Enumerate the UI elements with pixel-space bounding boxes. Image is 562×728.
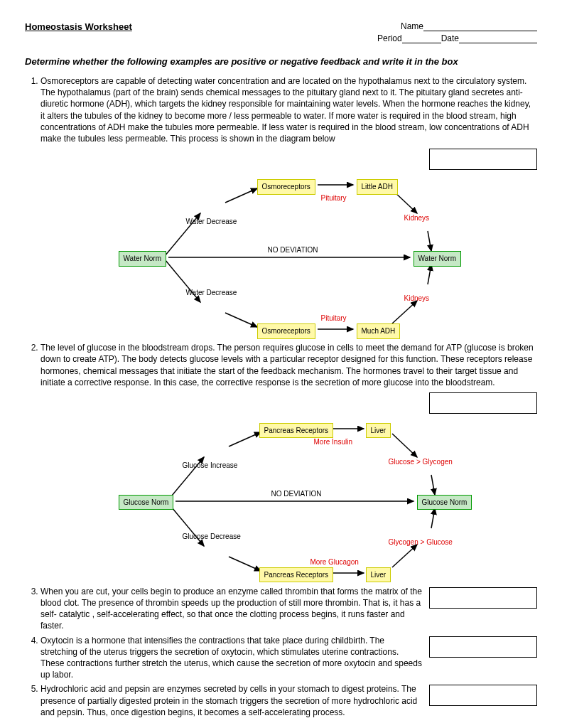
q5-text: Hydrochloric acid and pepsin are enzymes… bbox=[40, 683, 422, 718]
box-osmoreceptors-bot: Osmoreceptors bbox=[257, 323, 315, 339]
label-more-insulin: More Insulin bbox=[314, 437, 352, 447]
question-3: When you are cut, your cells begin to pr… bbox=[40, 586, 537, 632]
label-no-deviation-1: NO DEVIATION bbox=[268, 245, 318, 255]
q4-text: Oxytocin is a hormone that intensifies t… bbox=[40, 635, 422, 681]
box-glucose-norm-left: Glucose Norm bbox=[119, 495, 174, 510]
box-water-norm-left: Water Norm bbox=[119, 251, 167, 267]
name-field: Name bbox=[401, 21, 537, 32]
label-water-decrease-top: Water Decrease bbox=[186, 217, 237, 227]
period-blank[interactable] bbox=[402, 43, 441, 43]
period-date-field: PeriodDate bbox=[377, 33, 537, 43]
label-kidneys-top: Kidneys bbox=[404, 213, 430, 223]
label-no-deviation-2: NO DEVIATION bbox=[271, 489, 322, 499]
question-4: Oxytocin is a hormone that intensifies t… bbox=[40, 635, 537, 681]
box-glucose-norm-right: Glucose Norm bbox=[417, 495, 472, 510]
box-water-norm-right: Water Norm bbox=[414, 251, 462, 267]
worksheet-title: Homeostasis Worksheet bbox=[25, 21, 132, 32]
box-osmoreceptors-top: Osmoreceptors bbox=[257, 179, 315, 195]
date-blank[interactable] bbox=[459, 43, 537, 43]
label-glucose-decrease: Glucose Decrease bbox=[183, 532, 241, 542]
answer-box-1[interactable] bbox=[429, 149, 537, 170]
diagram-1: Water Norm Water Norm Osmoreceptors Osmo… bbox=[104, 174, 474, 338]
label-pituitary-top: Pituitary bbox=[321, 193, 347, 203]
question-1: Osmoreceptors are capable of detecting w… bbox=[40, 75, 537, 338]
header-row-2: PeriodDate bbox=[25, 33, 537, 43]
label-water-decrease-bot: Water Decrease bbox=[186, 288, 237, 298]
question-5: Hydrochloric acid and pepsin are enzymes… bbox=[40, 683, 537, 718]
answer-box-4[interactable] bbox=[429, 636, 537, 658]
instructions: Determine whether the following examples… bbox=[25, 56, 537, 67]
label-pituitary-bot: Pituitary bbox=[321, 314, 347, 323]
answer-box-2[interactable] bbox=[429, 392, 537, 414]
name-blank[interactable] bbox=[423, 31, 537, 31]
box-pancreas-top: Pancreas Receptors bbox=[259, 423, 334, 439]
answer-box-3[interactable] bbox=[429, 587, 537, 609]
box-much-adh: Much ADH bbox=[357, 323, 401, 339]
questions-list: Osmoreceptors are capable of detecting w… bbox=[25, 75, 537, 718]
answer-box-5[interactable] bbox=[429, 685, 537, 706]
header: Homeostasis Worksheet Name bbox=[25, 21, 537, 32]
q2-text: The level of glucose in the bloodstream … bbox=[40, 343, 534, 387]
label-kidneys-bot: Kidneys bbox=[404, 294, 430, 304]
question-2: The level of glucose in the bloodstream … bbox=[40, 342, 537, 582]
label-glucose-glycogen: Glucose > Glycogen bbox=[389, 457, 453, 467]
box-liver-top: Liver bbox=[366, 423, 391, 439]
label-more-glucagon: More Glucagon bbox=[310, 557, 359, 567]
box-little-adh: Little ADH bbox=[357, 179, 398, 195]
diagram-2: Glucose Norm Glucose Norm Pancreas Recep… bbox=[104, 418, 474, 582]
box-pancreas-bot: Pancreas Receptors bbox=[259, 567, 334, 583]
label-glycogen-glucose: Glycogen > Glucose bbox=[389, 537, 453, 547]
q1-text: Osmoreceptors are capable of detecting w… bbox=[40, 76, 531, 144]
label-glucose-increase: Glucose Increase bbox=[183, 461, 238, 471]
q3-text: When you are cut, your cells begin to pr… bbox=[40, 586, 422, 632]
box-liver-bot: Liver bbox=[366, 567, 391, 583]
